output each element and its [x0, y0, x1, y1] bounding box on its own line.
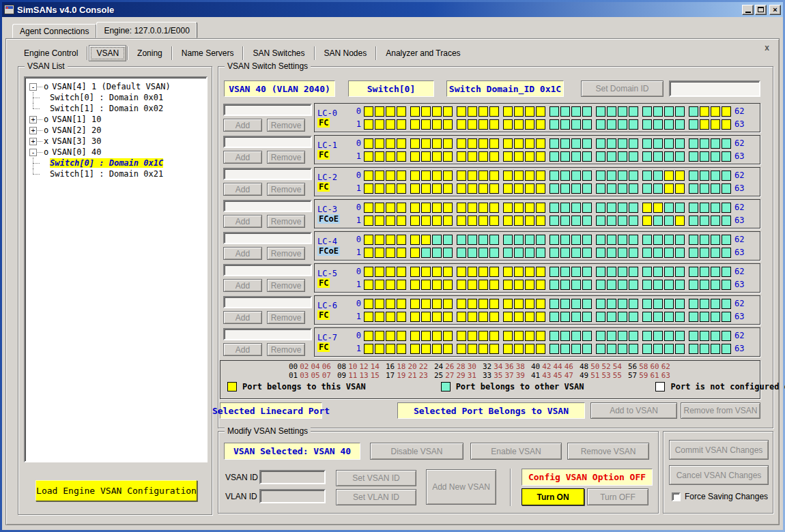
- port-cell[interactable]: [514, 138, 524, 149]
- port-cell[interactable]: [629, 331, 638, 341]
- port-cell[interactable]: [468, 216, 477, 226]
- port-cell[interactable]: [514, 344, 524, 354]
- port-cell[interactable]: [386, 331, 395, 341]
- port-cell[interactable]: [525, 151, 534, 162]
- port-cell[interactable]: [410, 171, 420, 181]
- port-cell[interactable]: [582, 119, 592, 130]
- port-cell[interactable]: [560, 216, 570, 226]
- port-cell[interactable]: [653, 248, 663, 258]
- port-cell[interactable]: [607, 203, 616, 213]
- turn-off-button[interactable]: Turn OFF: [587, 488, 648, 505]
- port-cell[interactable]: [582, 312, 592, 322]
- close-tab-button[interactable]: x: [765, 43, 769, 53]
- port-cell[interactable]: [642, 138, 652, 149]
- port-cell[interactable]: [571, 203, 581, 213]
- port-cell[interactable]: [560, 331, 570, 341]
- port-cell[interactable]: [653, 344, 663, 354]
- vsan-tree[interactable]: -oVSAN[4] 1 (Default VSAN)Switch[0] : Do…: [24, 76, 208, 462]
- port-cell[interactable]: [457, 216, 466, 226]
- port-cell[interactable]: [607, 248, 616, 258]
- port-cell[interactable]: [571, 151, 581, 162]
- port-cell[interactable]: [607, 331, 616, 341]
- add-button[interactable]: Add: [223, 311, 262, 324]
- port-cell[interactable]: [642, 171, 652, 181]
- port-cell[interactable]: [536, 151, 545, 162]
- port-cell[interactable]: [421, 171, 431, 181]
- port-cell[interactable]: [514, 203, 524, 213]
- port-cell[interactable]: [629, 138, 638, 149]
- port-cell[interactable]: [629, 203, 638, 213]
- port-cell[interactable]: [675, 151, 685, 162]
- port-cell[interactable]: [536, 312, 545, 322]
- port-cell[interactable]: [689, 344, 698, 354]
- close-button[interactable]: ×: [769, 5, 781, 15]
- port-cell[interactable]: [689, 299, 698, 309]
- port-cell[interactable]: [550, 183, 559, 194]
- port-cell[interactable]: [375, 312, 384, 322]
- port-cell[interactable]: [525, 106, 534, 117]
- port-cell[interactable]: [571, 216, 581, 226]
- port-cell[interactable]: [560, 248, 570, 258]
- port-cell[interactable]: [629, 267, 638, 277]
- port-cell[interactable]: [550, 248, 559, 258]
- port-cell[interactable]: [675, 344, 685, 354]
- port-cell[interactable]: [629, 216, 638, 226]
- port-cell[interactable]: [642, 106, 652, 117]
- port-cell[interactable]: [525, 183, 534, 194]
- port-cell[interactable]: [468, 235, 477, 245]
- port-cell[interactable]: [664, 119, 674, 130]
- port-cell[interactable]: [375, 151, 384, 162]
- port-cell[interactable]: [596, 235, 605, 245]
- port-cell[interactable]: [560, 235, 570, 245]
- disable-vsan-button[interactable]: Disable VSAN: [370, 443, 463, 460]
- port-cell[interactable]: [711, 119, 720, 130]
- port-cell[interactable]: [479, 312, 488, 322]
- port-cell[interactable]: [364, 203, 373, 213]
- port-cell[interactable]: [618, 299, 627, 309]
- port-cell[interactable]: [560, 299, 570, 309]
- port-cell[interactable]: [514, 267, 524, 277]
- tree-switch-item[interactable]: Switch[0] : Domain 0x1C: [27, 158, 205, 168]
- remove-button[interactable]: Remove: [267, 215, 305, 228]
- port-cell[interactable]: [722, 312, 731, 322]
- port-cell[interactable]: [550, 119, 559, 130]
- port-cell[interactable]: [536, 280, 545, 290]
- port-cell[interactable]: [503, 235, 513, 245]
- port-cell[interactable]: [525, 171, 534, 181]
- port-cell[interactable]: [432, 248, 442, 258]
- port-cell[interactable]: [664, 280, 674, 290]
- linecard-input[interactable]: [223, 264, 312, 276]
- port-cell[interactable]: [664, 138, 674, 149]
- add-new-vsan-button[interactable]: Add New VSAN: [426, 469, 496, 505]
- port-cell[interactable]: [468, 280, 477, 290]
- port-cell[interactable]: [397, 171, 406, 181]
- port-cell[interactable]: [421, 344, 431, 354]
- port-cell[interactable]: [432, 216, 442, 226]
- port-cell[interactable]: [479, 216, 488, 226]
- port-cell[interactable]: [375, 344, 384, 354]
- port-cell[interactable]: [432, 235, 442, 245]
- port-cell[interactable]: [607, 312, 616, 322]
- port-cell[interactable]: [443, 299, 453, 309]
- port-cell[interactable]: [410, 151, 420, 162]
- port-cell[interactable]: [457, 171, 466, 181]
- main-tab-engine-127-0-0-1-e000[interactable]: Engine: 127.0.0.1/E000: [96, 22, 197, 38]
- port-cell[interactable]: [468, 119, 477, 130]
- port-cell[interactable]: [571, 183, 581, 194]
- remove-button[interactable]: Remove: [267, 183, 305, 196]
- tree-node[interactable]: +oVSAN[2] 20: [29, 125, 205, 136]
- port-cell[interactable]: [642, 344, 652, 354]
- port-cell[interactable]: [596, 106, 605, 117]
- port-cell[interactable]: [618, 183, 627, 194]
- linecard-input[interactable]: [223, 232, 312, 244]
- port-cell[interactable]: [629, 119, 638, 130]
- port-cell[interactable]: [364, 344, 373, 354]
- port-cell[interactable]: [629, 248, 638, 258]
- port-cell[interactable]: [375, 331, 384, 341]
- port-cell[interactable]: [689, 151, 698, 162]
- port-cell[interactable]: [489, 138, 499, 149]
- port-cell[interactable]: [711, 106, 720, 117]
- port-cell[interactable]: [432, 267, 442, 277]
- port-cell[interactable]: [479, 119, 488, 130]
- port-cell[interactable]: [457, 299, 466, 309]
